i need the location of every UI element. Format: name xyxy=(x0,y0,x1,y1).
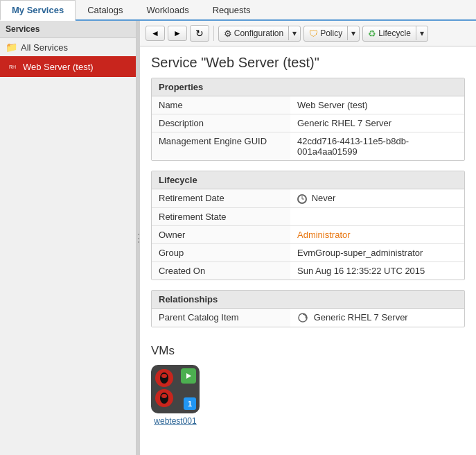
lifecycle-dropdown[interactable]: ♻ Lifecycle ▾ xyxy=(362,26,428,42)
page-title: Service "Web Server (test)" xyxy=(140,46,476,78)
back-button[interactable]: ◄ xyxy=(146,26,165,41)
lifecycle-icon: ♻ xyxy=(368,28,376,39)
table-row: Owner Administrator xyxy=(152,225,464,243)
relationships-header: Relationships xyxy=(152,291,464,309)
refresh-icon: ↻ xyxy=(195,28,204,39)
chevron-down-icon: ▾ xyxy=(351,28,355,38)
properties-section: Properties Name Web Server (test) Descri… xyxy=(151,78,465,161)
sidebar-item-web-server[interactable]: RH Web Server (test) xyxy=(0,56,136,77)
web-server-label: Web Server (test) xyxy=(23,62,94,72)
refresh-button[interactable]: ↻ xyxy=(190,25,209,42)
play-button-icon xyxy=(181,368,196,384)
properties-table: Name Web Server (test) Description Gener… xyxy=(152,96,464,160)
redhat-logo-bottom xyxy=(155,388,174,410)
prop-label-guid: Management Engine GUID xyxy=(152,132,290,161)
redhat-logo-top xyxy=(155,368,174,390)
top-navigation: My Services Catalogs Workloads Requests xyxy=(0,0,476,21)
configuration-dropdown[interactable]: ⚙ Configuration ▾ xyxy=(218,26,301,42)
back-icon: ◄ xyxy=(151,28,159,38)
policy-label: Policy xyxy=(320,28,342,38)
lifecycle-section: Lifecycle Retirement Date Never Retireme… xyxy=(151,171,465,280)
lifecycle-label-created-on: Created On xyxy=(152,261,290,280)
sidebar-item-all-services[interactable]: 📁 All Services xyxy=(0,38,136,56)
svg-marker-7 xyxy=(186,373,191,379)
all-services-label: All Services xyxy=(21,42,68,53)
vm-item[interactable]: 1 webtest001 xyxy=(151,365,200,426)
rel-label-parent-catalog: Parent Catalog Item xyxy=(152,309,290,327)
lifecycle-value-owner: Administrator xyxy=(290,225,464,243)
relationships-table: Parent Catalog Item Generic RHEL 7 Serve… xyxy=(152,309,464,327)
lifecycle-value-retirement-state xyxy=(290,207,464,225)
vms-title: VMs xyxy=(151,344,465,358)
prop-value-guid: 42cdd716-4413-11e5-b8db-001a4aa01599 xyxy=(290,132,464,161)
clock-icon xyxy=(297,194,307,204)
prop-label-description: Description xyxy=(152,114,290,132)
svg-point-10 xyxy=(161,394,167,398)
lifecycle-label: Lifecycle xyxy=(378,28,411,38)
svg-point-6 xyxy=(161,374,167,378)
vm-icon-box: 1 xyxy=(151,365,200,413)
tab-my-services[interactable]: My Services xyxy=(0,0,76,21)
shield-icon: 🛡 xyxy=(309,28,318,39)
table-row: Name Web Server (test) xyxy=(152,96,464,114)
svg-text:RH: RH xyxy=(9,65,16,69)
chevron-down-icon: ▾ xyxy=(292,28,297,38)
properties-header: Properties xyxy=(152,78,464,96)
table-row: Created On Sun Aug 16 12:35:22 UTC 2015 xyxy=(152,261,464,280)
lifecycle-label-owner: Owner xyxy=(152,225,290,243)
table-row: Description Generic RHEL 7 Server xyxy=(152,114,464,132)
main-layout: Services 📁 All Services RH Web Server (t… xyxy=(0,21,476,455)
table-row: Management Engine GUID 42cdd716-4413-11e… xyxy=(152,132,464,161)
configuration-label: Configuration xyxy=(234,28,283,38)
tab-requests[interactable]: Requests xyxy=(201,0,263,19)
vm-count-badge: 1 xyxy=(184,397,196,410)
main-content: ◄ ► ↻ ⚙ Configuration ▾ xyxy=(140,21,476,455)
prop-value-description: Generic RHEL 7 Server xyxy=(290,114,464,132)
lifecycle-value-group: EvmGroup-super_administrator xyxy=(290,243,464,261)
policy-dropdown[interactable]: 🛡 Policy ▾ xyxy=(303,26,360,42)
table-row: Retirement State xyxy=(152,207,464,225)
sidebar: Services 📁 All Services RH Web Server (t… xyxy=(0,21,136,455)
rel-value-parent-catalog: Generic RHEL 7 Server xyxy=(290,309,464,327)
lifecycle-label-retirement-state: Retirement State xyxy=(152,207,290,225)
table-row: Parent Catalog Item Generic RHEL 7 Serve… xyxy=(152,309,464,327)
lifecycle-label-retirement-date: Retirement Date xyxy=(152,189,290,207)
lifecycle-header: Lifecycle xyxy=(152,171,464,189)
toolbar: ◄ ► ↻ ⚙ Configuration ▾ xyxy=(140,21,476,46)
catalog-refresh-icon xyxy=(297,312,308,323)
lifecycle-label-group: Group xyxy=(152,243,290,261)
prop-value-name: Web Server (test) xyxy=(290,96,464,114)
sidebar-header: Services xyxy=(0,21,136,38)
relationships-section: Relationships Parent Catalog Item Generi… xyxy=(151,290,465,328)
table-row: Retirement Date Never xyxy=(152,189,464,207)
tab-catalogs[interactable]: Catalogs xyxy=(76,0,134,19)
lifecycle-value-retirement-date: Never xyxy=(290,189,464,207)
service-icon: RH xyxy=(6,60,19,74)
gear-icon: ⚙ xyxy=(224,28,232,39)
folder-icon: 📁 xyxy=(6,42,17,53)
forward-button[interactable]: ► xyxy=(168,26,187,41)
forward-icon: ► xyxy=(173,28,182,38)
vm-link[interactable]: webtest001 xyxy=(154,416,196,426)
chevron-down-icon: ▾ xyxy=(420,28,424,38)
lifecycle-table: Retirement Date Never Retirement State O… xyxy=(152,189,464,280)
lifecycle-value-created-on: Sun Aug 16 12:35:22 UTC 2015 xyxy=(290,261,464,280)
prop-label-name: Name xyxy=(152,96,290,114)
vms-section: VMs xyxy=(140,337,476,433)
table-row: Group EvmGroup-super_administrator xyxy=(152,243,464,261)
toolbar-separator-1 xyxy=(213,26,214,41)
tab-workloads[interactable]: Workloads xyxy=(134,0,200,19)
